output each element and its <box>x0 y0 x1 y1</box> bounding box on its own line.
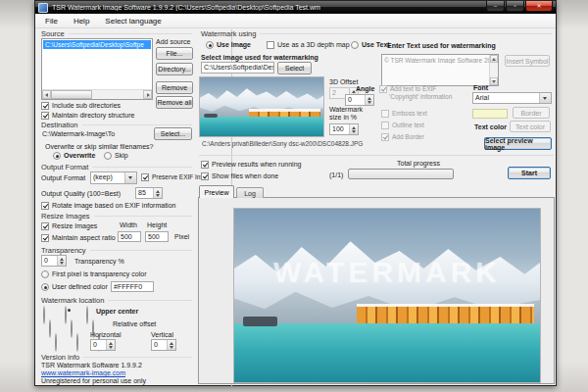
website-link[interactable]: www.watermark-image.com <box>41 369 125 376</box>
total-progress-bar <box>348 169 454 179</box>
add-source-label: Add source <box>156 38 190 46</box>
scroll-up-arrow-icon[interactable] <box>490 55 498 63</box>
watermark-textarea[interactable]: © TSR Watermark Image Software 2011 <box>381 54 499 86</box>
use-image-radio[interactable]: Use Image <box>206 41 251 49</box>
source-list-hscrollbar[interactable] <box>42 89 152 99</box>
border-button: Border <box>513 107 550 119</box>
font-dropdown[interactable]: Arial <box>472 92 552 104</box>
loc-radio-top-right[interactable] <box>86 306 88 324</box>
insert-symbol-button: Insert Symbol <box>505 55 550 67</box>
tab-preview[interactable]: Preview <box>199 185 234 198</box>
loc-radio-mid-center[interactable] <box>71 319 73 338</box>
horizontal-offset-spinner[interactable]: 0 <box>90 339 116 351</box>
loc-radio-top-center[interactable] <box>65 306 67 324</box>
source-list-selected-item[interactable]: C:\Users\Softpedia\Desktop\Softpe <box>43 40 151 49</box>
destination-select-button[interactable]: Select... <box>154 127 192 140</box>
chevron-down-icon[interactable] <box>539 93 551 103</box>
scroll-right-arrow-icon[interactable] <box>143 90 152 99</box>
window-title: TSR Watermark Image Software 1.9.9.2 (C:… <box>52 4 320 11</box>
maximize-button[interactable]: ▫ <box>506 1 524 12</box>
menu-help[interactable]: Help <box>74 17 89 25</box>
transparency-percent-label: Transparency % <box>74 258 124 266</box>
remove-all-button[interactable]: Remove all <box>156 96 193 109</box>
close-button[interactable]: ✕ <box>525 1 553 12</box>
user-defined-color-radio[interactable]: User defined color <box>41 283 108 291</box>
minimize-button[interactable]: – <box>486 1 505 12</box>
add-exif-label-1: Add text to EXIF <box>390 85 436 92</box>
spinner-arrows[interactable] <box>153 188 162 198</box>
menu-select-language[interactable]: Select language <box>105 17 161 25</box>
use-text-label: Use Text <box>362 41 390 49</box>
height-field[interactable]: 500 <box>145 231 169 242</box>
start-button[interactable]: Start <box>508 167 551 179</box>
maintain-structure-checkbox[interactable]: Maintain directory structure <box>41 112 134 120</box>
overwrite-question-label: Overwrite or skip similar filenames? <box>45 143 153 151</box>
spinner-arrows[interactable] <box>106 340 115 350</box>
file-button[interactable]: File... <box>156 47 193 60</box>
watermark-size-spinner[interactable]: 100 <box>329 123 359 135</box>
radio-icon <box>41 270 49 278</box>
output-format-label: Output Format <box>41 174 85 182</box>
spinner-arrows[interactable] <box>57 256 66 266</box>
show-files-label: Show files when done <box>212 172 278 180</box>
width-label: Width <box>120 221 137 229</box>
select-image-label: Select image used for watermarking <box>201 54 318 62</box>
font-value: Arial <box>473 93 539 103</box>
preserve-exif-checkbox[interactable]: Preserve EXIF Info <box>141 173 206 181</box>
loc-radio-bottom-left[interactable] <box>55 333 57 352</box>
watermark-select-button[interactable]: Select <box>277 62 312 74</box>
angle-spinner[interactable]: 0 <box>345 94 374 106</box>
preview-image: WATERMARK <box>233 208 541 383</box>
textarea-vscrollbar[interactable] <box>489 55 498 85</box>
output-quality-spinner[interactable]: 85 <box>135 187 163 199</box>
spinner-arrows[interactable] <box>167 340 175 350</box>
source-listbox[interactable]: C:\Users\Softpedia\Desktop\Softpe <box>41 38 153 100</box>
height-label: Height <box>147 221 167 229</box>
overwrite-radio[interactable]: Overwrite <box>53 152 95 160</box>
titlebar: TSR Watermark Image Software 1.9.9.2 (C:… <box>35 1 556 14</box>
loc-radio-mid-left[interactable] <box>49 319 51 338</box>
first-pixel-label: First pixel is transparency color <box>52 270 146 278</box>
resize-images-checkbox[interactable]: Resize Images <box>41 222 97 230</box>
depth-map-checkbox[interactable]: Use as a 3D depth map <box>267 41 350 49</box>
watermark-size-label-1: Watermark <box>329 106 363 114</box>
tab-log[interactable]: Log <box>236 187 264 198</box>
watermark-image-path-field[interactable]: C:\Users\Softpedia\Desk <box>201 62 274 74</box>
rotate-exif-label: Rotate image based on EXIF information <box>52 202 175 210</box>
skip-radio[interactable]: Skip <box>104 152 128 160</box>
vertical-offset-spinner[interactable]: 0 <box>151 339 176 351</box>
chevron-down-icon[interactable] <box>124 172 136 183</box>
transparency-spinner[interactable]: 0 <box>41 255 67 267</box>
include-subdirs-checkbox[interactable]: Include sub directories <box>41 102 121 110</box>
loc-radio-bottom-center[interactable] <box>76 333 78 352</box>
checkbox-icon <box>379 85 387 93</box>
spinner-value: 0 <box>42 256 57 266</box>
directory-button[interactable]: Directory... <box>156 63 193 75</box>
aspect-ratio-label: Maintain aspect ratio <box>52 234 116 242</box>
scroll-thumb[interactable] <box>51 90 92 99</box>
spinner-arrows[interactable] <box>365 95 373 105</box>
show-files-checkbox[interactable]: Show files when done <box>201 172 278 180</box>
checkbox-icon <box>381 133 389 141</box>
remove-button[interactable]: Remove <box>156 81 193 94</box>
preview-results-checkbox[interactable]: Preview results when running <box>201 161 301 169</box>
use-text-radio[interactable]: Use Text <box>351 41 390 49</box>
transparency-color-field[interactable]: #FFFFF0 <box>111 281 154 292</box>
scroll-down-arrow-icon[interactable] <box>490 77 498 85</box>
select-preview-image-button[interactable]: Select preview image <box>484 137 552 150</box>
enter-text-label: Enter Text used for watermarking <box>387 42 496 50</box>
menu-file[interactable]: File <box>45 17 58 25</box>
loc-radio-top-left[interactable] <box>43 306 45 324</box>
rotate-exif-checkbox[interactable]: Rotate image based on EXIF information <box>41 202 175 210</box>
width-field[interactable]: 500 <box>118 231 141 242</box>
aspect-ratio-checkbox[interactable]: Maintain aspect ratio <box>41 234 116 242</box>
watermark-overlay-text: WATERMARK <box>234 256 540 289</box>
first-pixel-radio[interactable]: First pixel is transparency color <box>41 270 146 278</box>
spinner-arrows[interactable] <box>349 124 358 134</box>
checkbox-icon <box>41 112 49 120</box>
window-controls: – ▫ ✕ <box>485 1 553 12</box>
source-group-label: Source <box>41 29 192 38</box>
add-border-label: Add Border <box>392 133 424 140</box>
scroll-left-arrow-icon[interactable] <box>42 90 51 99</box>
output-format-dropdown[interactable]: (keep) <box>90 172 137 184</box>
